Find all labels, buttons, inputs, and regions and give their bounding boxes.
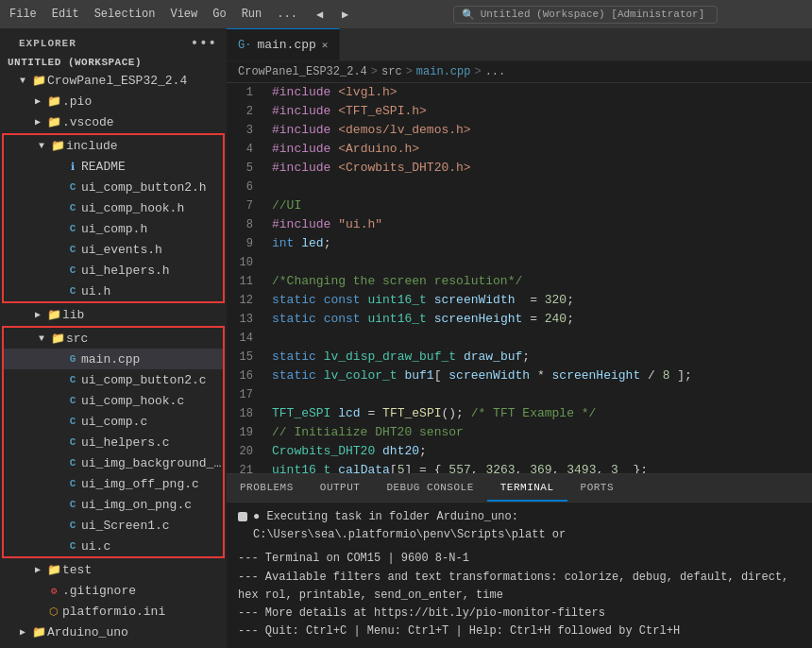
tree-item-gitignore[interactable]: ⚙ .gitignore [0,580,227,601]
c-icon: C [64,395,81,406]
tree-item-readme[interactable]: ℹ README [4,156,223,177]
code-line-18: 18 TFT_eSPI lcd = TFT_eSPI(); /* TFT Exa… [227,404,812,423]
tree-label: ui_img_background_png.c [81,456,223,470]
tree-item-arduino-uno[interactable]: ▶ 📁 Arduino_uno [0,622,227,642]
tree-item-include[interactable]: ▼ 📁 include [4,135,223,156]
tree-label: ui_comp.h [81,222,223,236]
c-icon: C [64,520,81,531]
tab-ports[interactable]: PORTS [567,474,628,502]
tree-item-ui-comp-hookc[interactable]: C ui_comp_hook.c [4,390,223,411]
tree-item-uic[interactable]: C ui.c [4,536,223,556]
tree-item-vscode[interactable]: ▶ 📁 .vscode [0,111,227,132]
c-icon: C [64,223,81,234]
arrow-icon: ▼ [34,333,49,344]
git-icon: ⚙ [45,585,62,597]
menu-edit[interactable]: Edit [52,8,79,21]
tree-item-ui-img-off[interactable]: C ui_img_off_png.c [4,473,223,494]
tree-item-ui-helpersh[interactable]: C ui_helpers.h [4,260,223,281]
tree-item-ui-compc[interactable]: C ui_comp.c [4,411,223,432]
tab-maincpp[interactable]: G· main.cpp ✕ [227,28,340,60]
folder-icon: 📁 [30,74,47,88]
tab-output[interactable]: OUTPUT [307,474,374,502]
folder-icon: 📁 [45,115,62,129]
tab-problems[interactable]: PROBLEMS [227,474,307,502]
arrow-icon: ▶ [30,95,45,107]
code-line-5: 5 #include <Crowbits_DHT20.h> [227,159,812,178]
terminal-bullet [238,512,247,521]
terminal-line-1: ● Executing task in folder Arduino_uno: … [238,508,801,544]
menu-run[interactable]: Run [242,8,262,21]
tree-label: include [66,139,223,153]
tree-label: ui_comp_hook.c [81,394,223,408]
menu-file[interactable]: File [9,8,37,21]
tree-item-ui-comp-button2c[interactable]: C ui_comp_button2.c [4,369,223,390]
breadcrumb-file: main.cpp [416,65,471,78]
code-line-1: 1 #include <lvgl.h> [227,83,812,102]
cpp-tab-icon: G· [238,39,251,52]
tab-label: main.cpp [257,38,315,52]
tree-item-lib[interactable]: ▶ 📁 lib [0,304,227,325]
tree-label: main.cpp [81,352,223,367]
arrow-icon: ▶ [30,309,45,320]
code-line-8: 8 #include "ui.h" [227,215,812,234]
tree-label: ui_img_off_png.c [81,477,223,491]
tree-label: ui_img_on_png.c [81,498,223,512]
workspace-label[interactable]: UNTITLED (WORKSPACE) [0,55,227,70]
tree-label: .vscode [62,115,227,129]
menu-view[interactable]: View [170,8,197,21]
folder-icon: 📁 [49,139,66,153]
tree-item-maincpp[interactable]: G main.cpp [4,349,223,369]
ini-icon: ⬡ [45,605,62,618]
tree-label: ui_Screen1.c [81,519,223,533]
menu-selection[interactable]: Selection [94,8,156,21]
arrow-icon: ▶ [30,564,45,575]
tree-item-ui-comp-hookh[interactable]: C ui_comp_hook.h [4,197,223,218]
editor-area: G· main.cpp ✕ CrowPanel_ESP32_2.4 > src … [227,28,812,648]
tree-item-ui-comph[interactable]: C ui_comp.h [4,218,223,239]
folder-icon: 📁 [45,563,62,577]
tree-item-uih[interactable]: C ui.h [4,281,223,301]
tree-label: ui_comp.c [81,415,223,429]
breadcrumb-sep2: > [406,65,413,78]
nav-forward[interactable]: ▶ [342,8,348,22]
tree-item-ui-img-bg[interactable]: C ui_img_background_png.c [4,452,223,473]
tree-item-src[interactable]: ▼ 📁 src [4,328,223,349]
c-icon: C [64,416,81,427]
tree-label: src [66,332,223,346]
breadcrumb-more: ... [485,65,506,78]
tree-item-ui-img-on[interactable]: C ui_img_on_png.c [4,494,223,515]
code-line-17: 17 [227,385,812,404]
code-line-20: 20 Crowbits_DHT20 dht20; [227,442,812,461]
breadcrumb-src: src [381,65,402,78]
tab-terminal[interactable]: TERMINAL [487,474,567,502]
arrow-icon: ▶ [15,626,30,638]
terminal-line-5: --- More details at https://bit.ly/pio-m… [238,605,801,622]
menu-go[interactable]: Go [212,8,226,21]
tree-item-ui-helpersc[interactable]: C ui_helpers.c [4,432,223,452]
tree-item-ui-eventsh[interactable]: C ui_events.h [4,239,223,260]
nav-back[interactable]: ◀ [316,8,323,22]
tree-label: CrowPanel_ESP32_2.4 [47,74,227,88]
tree-item-ui-screen1c[interactable]: C ui_Screen1.c [4,515,223,536]
breadcrumb: CrowPanel_ESP32_2.4 > src > main.cpp > .… [227,61,812,83]
code-line-15: 15 static lv_disp_draw_buf_t draw_buf; [227,348,812,367]
terminal-content[interactable]: ● Executing task in folder Arduino_uno: … [227,503,812,648]
tree-item-crowpanel[interactable]: ▼ 📁 CrowPanel_ESP32_2.4 [0,70,227,91]
tab-close-button[interactable]: ✕ [322,39,329,51]
menu-more[interactable]: ... [277,8,297,21]
tree-item-test[interactable]: ▶ 📁 test [0,559,227,580]
panel-tab-bar: PROBLEMS OUTPUT DEBUG CONSOLE TERMINAL P… [227,474,812,503]
search-text: Untitled (Workspace) [Administrator] [481,9,705,20]
global-search[interactable]: 🔍 Untitled (Workspace) [Administrator] [453,6,718,24]
tree-item-pio[interactable]: ▶ 📁 .pio [0,91,227,111]
sidebar-header: Explorer ••• [0,28,227,55]
readme-icon: ℹ [64,161,81,173]
c-icon: C [64,499,81,510]
code-editor[interactable]: 1 #include <lvgl.h> 2 #include <TFT_eSPI… [227,83,812,473]
tab-debug-console[interactable]: DEBUG CONSOLE [373,474,486,502]
c-icon: C [64,374,81,385]
tree-item-ui-comp-button2h[interactable]: C ui_comp_button2.h [4,177,223,197]
tree-item-platformio[interactable]: ⬡ platformio.ini [0,601,227,622]
code-line-13: 13 static const uint16_t screenHeight = … [227,310,812,329]
sidebar-more-icon[interactable]: ••• [191,36,217,51]
